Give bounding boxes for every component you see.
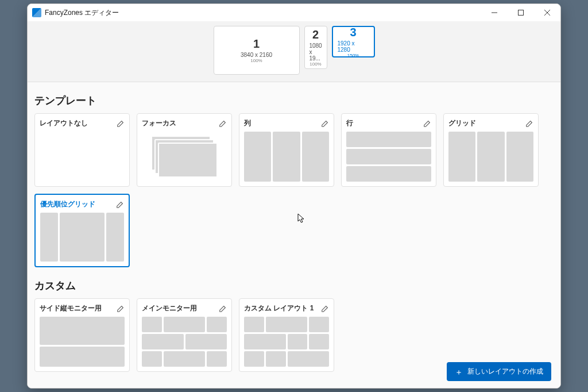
layout-title: メインモニター用: [142, 303, 197, 313]
layout-card-columns[interactable]: 列: [239, 113, 334, 187]
new-layout-label: 新しいレイアウトの作成: [467, 367, 543, 376]
layout-card-custom[interactable]: カスタム レイアウト 1: [239, 298, 334, 372]
layout-card-custom[interactable]: サイド縦モニター用: [34, 298, 130, 372]
custom-grid: サイド縦モニター用 メインモニター用: [34, 298, 554, 372]
pencil-icon[interactable]: [116, 201, 124, 209]
layout-preview: [448, 132, 533, 182]
layout-preview: [142, 317, 227, 367]
monitor-scale: 100%: [250, 58, 262, 63]
monitor-scale: 150%: [347, 53, 359, 58]
layout-title: レイアウトなし: [40, 118, 88, 128]
pencil-icon[interactable]: [525, 120, 533, 128]
pencil-icon[interactable]: [321, 120, 329, 128]
pencil-icon[interactable]: [219, 305, 227, 313]
layout-title: 列: [244, 118, 251, 128]
layout-preview: [142, 132, 227, 182]
app-icon: [32, 8, 41, 17]
layout-title: 行: [346, 118, 353, 128]
layout-preview: [244, 132, 329, 182]
layout-title: フォーカス: [142, 118, 176, 128]
minimize-button[interactable]: [481, 4, 508, 21]
monitor-scale: 100%: [310, 62, 321, 67]
layout-preview: [244, 317, 329, 367]
templates-grid: レイアウトなし フォーカス: [34, 113, 554, 267]
monitor-card-selected[interactable]: 3 1920 x 1280 150%: [332, 26, 375, 57]
monitor-resolution: 1920 x 1280: [338, 40, 369, 53]
monitor-number: 2: [312, 28, 319, 41]
plus-icon: ＋: [455, 368, 463, 376]
monitor-number: 1: [253, 37, 260, 51]
monitor-resolution: 3840 x 2160: [241, 52, 272, 58]
layout-preview: [346, 132, 431, 182]
monitor-card[interactable]: 1 3840 x 2160 100%: [214, 26, 300, 75]
pencil-icon[interactable]: [117, 120, 125, 128]
maximize-button[interactable]: [508, 4, 534, 21]
layout-card-grid[interactable]: グリッド: [443, 113, 539, 187]
pencil-icon[interactable]: [423, 120, 431, 128]
section-title-templates: テンプレート: [34, 94, 554, 107]
section-title-custom: カスタム: [34, 279, 554, 293]
layout-card-custom[interactable]: メインモニター用: [137, 298, 232, 372]
title-bar: FancyZones エディター: [28, 4, 560, 21]
svg-rect-1: [519, 10, 524, 16]
window-controls: [481, 4, 560, 21]
close-button[interactable]: [534, 4, 560, 21]
layout-card-priority-grid[interactable]: 優先順位グリッド: [34, 194, 130, 267]
monitor-selector: 1 3840 x 2160 100% 2 1080 x 19... 100% 3…: [28, 21, 560, 82]
layout-preview: [40, 317, 125, 367]
pencil-icon[interactable]: [219, 120, 227, 128]
pencil-icon[interactable]: [117, 305, 125, 313]
layout-title: カスタム レイアウト 1: [244, 303, 314, 313]
layout-title: グリッド: [448, 118, 476, 128]
app-window: FancyZones エディター 1 3840 x 2160 100% 2 10…: [27, 3, 561, 389]
monitor-card[interactable]: 2 1080 x 19... 100%: [304, 26, 327, 69]
layout-preview: [40, 132, 125, 182]
layout-preview: [40, 213, 124, 262]
monitor-resolution: 1080 x 19...: [309, 43, 322, 62]
monitor-number: 3: [350, 26, 356, 39]
layout-title: 優先順位グリッド: [40, 199, 95, 209]
content-area: テンプレート レイアウトなし フォーカス: [28, 82, 560, 388]
new-layout-button[interactable]: ＋ 新しいレイアウトの作成: [447, 362, 551, 381]
pencil-icon[interactable]: [321, 305, 329, 313]
layout-card-none[interactable]: レイアウトなし: [34, 113, 130, 187]
layout-card-rows[interactable]: 行: [341, 113, 436, 187]
layout-card-focus[interactable]: フォーカス: [137, 113, 232, 187]
layout-title: サイド縦モニター用: [40, 303, 102, 313]
window-title: FancyZones エディター: [45, 8, 481, 18]
